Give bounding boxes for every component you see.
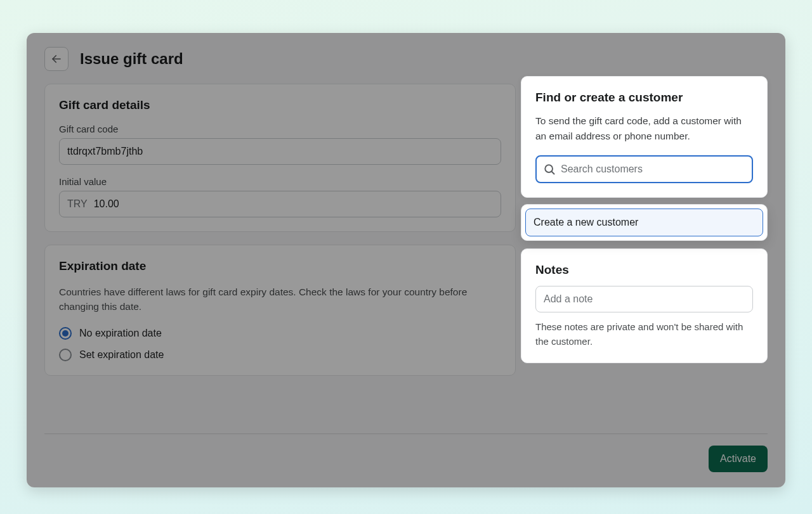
expiration-card: Expiration date Countries have different… (44, 245, 516, 376)
radio-no-expiration[interactable]: No expiration date (59, 327, 501, 340)
customer-search-input[interactable] (561, 157, 745, 182)
page-footer: Activate (44, 446, 768, 472)
customer-card: Find or create a customer To send the gi… (521, 76, 768, 198)
svg-line-2 (552, 172, 554, 174)
customer-help-text: To send the gift card code, add a custom… (535, 113, 753, 144)
create-new-customer-option[interactable]: Create a new customer (525, 209, 763, 236)
notes-heading: Notes (535, 263, 753, 277)
right-panel-popover: Find or create a customer To send the gi… (521, 76, 768, 363)
page-title: Issue gift card (80, 50, 183, 68)
radio-icon (59, 327, 72, 340)
notes-input[interactable] (535, 286, 753, 312)
currency-prefix: TRY (60, 198, 94, 210)
initial-value-field[interactable]: TRY (59, 191, 501, 217)
initial-value-label: Initial value (59, 176, 501, 187)
radio-set-expiration[interactable]: Set expiration date (59, 349, 501, 361)
customer-search-dropdown: Create a new customer (521, 204, 768, 241)
details-heading: Gift card details (59, 98, 501, 112)
expiration-heading: Expiration date (59, 259, 501, 273)
radio-label-set-expiration: Set expiration date (79, 349, 164, 361)
customer-heading: Find or create a customer (535, 91, 753, 105)
footer-divider (44, 434, 768, 434)
notes-card: Notes These notes are private and won't … (521, 248, 768, 363)
gift-card-details-card: Gift card details Gift card code Initial… (44, 84, 516, 232)
expiration-help-text: Countries have different laws for gift c… (59, 285, 501, 314)
activate-button[interactable]: Activate (709, 446, 768, 472)
gift-card-code-label: Gift card code (59, 124, 501, 134)
notes-help-text: These notes are private and won't be sha… (535, 320, 753, 349)
initial-value-input[interactable] (94, 191, 501, 217)
arrow-left-icon (51, 53, 62, 65)
back-button[interactable] (44, 47, 69, 71)
page-header: Issue gift card (44, 47, 768, 71)
app-window: Issue gift card Gift card details Gift c… (27, 33, 785, 487)
radio-icon (59, 349, 72, 361)
gift-card-code-input[interactable] (59, 138, 501, 165)
customer-search-field[interactable] (535, 155, 753, 183)
search-icon (543, 163, 556, 176)
radio-label-no-expiration: No expiration date (79, 328, 162, 339)
